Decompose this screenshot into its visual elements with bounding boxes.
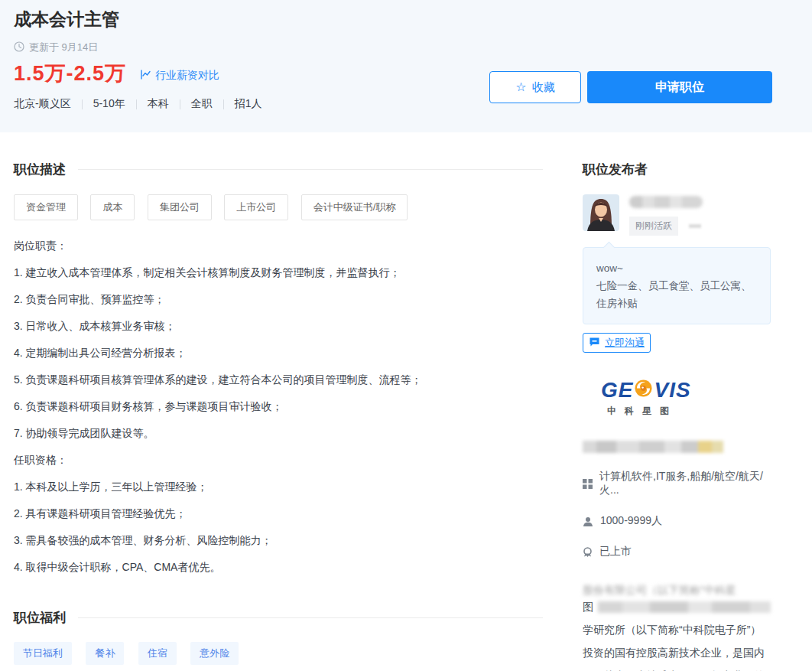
page-title: 成本会计主管 xyxy=(14,8,798,31)
description-line: 7. 协助领导完成团队建设等。 xyxy=(14,420,543,447)
logo-text-ge: GE xyxy=(601,379,633,401)
company-industry: 计算机软件,IT服务,船舶/航空/航天/火... xyxy=(599,470,771,497)
meta-divider xyxy=(180,99,180,109)
meta-divider xyxy=(223,99,224,109)
benefits-section-head: 职位福利 xyxy=(14,609,543,627)
logo-subtext: 中科星图 xyxy=(601,405,771,418)
description-line: 3. 日常收入、成本核算业务审核； xyxy=(14,313,543,340)
apply-button[interactable]: 申请职位 xyxy=(587,71,772,103)
favorite-button[interactable]: ☆ 收藏 xyxy=(489,71,581,103)
description-section-head: 职位描述 xyxy=(14,161,543,178)
section-divider xyxy=(78,617,543,618)
skill-tag: 集团公司 xyxy=(148,194,212,220)
listed-badge-icon xyxy=(583,547,593,557)
meta-divider xyxy=(82,99,83,109)
skill-tag: 上市公司 xyxy=(224,194,288,220)
header-actions: ☆ 收藏 申请职位 xyxy=(489,71,772,103)
logo-wordmark: GE VIS xyxy=(601,379,771,401)
meta-divider xyxy=(136,99,137,109)
publisher-avatar xyxy=(583,194,619,231)
skill-tags: 资金管理 成本 集团公司 上市公司 会计中级证书/职称 xyxy=(14,194,543,220)
description-line: 任职资格： xyxy=(14,447,543,474)
benefit-tag: 餐补 xyxy=(86,642,124,665)
description-line: 2. 具有课题科研项目管理经验优先； xyxy=(14,500,543,527)
salary-range: 1.5万-2.5万 xyxy=(14,64,126,84)
message-line: wow~ xyxy=(596,259,757,277)
description-line: 岗位职责： xyxy=(14,233,543,259)
publisher-info: 刚刚活跃 xyxy=(629,194,703,236)
description-line: 2. 负责合同审批、预算监控等； xyxy=(14,286,543,313)
sidebar-column: 职位发布者 刚刚活跃 wow~ xyxy=(583,161,771,671)
meta-job-type: 全职 xyxy=(191,97,213,111)
chat-bubble-icon xyxy=(589,337,600,350)
job-header: 成本会计主管 更新于 9月14日 1.5万-2.5万 行业薪资对比 北京-顺义区… xyxy=(0,0,812,132)
chat-now-label: 立即沟通 xyxy=(605,336,645,350)
benefit-tag: 节日福利 xyxy=(14,642,72,665)
benefit-tags: 节日福利 餐补 住宿 意外险 xyxy=(14,642,543,665)
description-heading: 职位描述 xyxy=(14,161,66,178)
benefits-heading: 职位福利 xyxy=(14,609,66,627)
updated-row: 更新于 9月14日 xyxy=(14,41,798,54)
geovis-swirl-icon xyxy=(634,379,653,401)
chart-icon xyxy=(140,69,151,83)
publisher-message-bubble: wow~ 七险一金、员工食堂、员工公寓、住房补贴 xyxy=(583,247,771,324)
meta-experience: 5-10年 xyxy=(93,97,125,111)
meta-headcount: 招1人 xyxy=(235,97,262,111)
blurred-fragment xyxy=(689,224,701,228)
blurred-intro-line: 股份有限公司（以下简称“中科星 xyxy=(583,578,771,595)
meta-location: 北京-顺义区 xyxy=(14,97,71,111)
company-status-row: 已上市 xyxy=(583,545,771,559)
publisher-heading: 职位发布者 xyxy=(583,161,771,178)
description-line: 4. 定期编制出具公司经营分析报表； xyxy=(14,340,543,366)
section-divider xyxy=(78,169,543,170)
description-line: 1. 建立收入成本管理体系，制定相关会计核算制度及财务管理制度，并监督执行； xyxy=(14,259,543,286)
people-icon xyxy=(583,516,593,526)
clock-icon xyxy=(14,41,24,54)
company-industry-row: 计算机软件,IT服务,船舶/航空/航天/火... xyxy=(583,470,771,497)
company-size: 1000-9999人 xyxy=(600,514,662,528)
description-line: 3. 需具备较强的成本管理、财务分析、风险控制能力； xyxy=(14,527,543,554)
blurred-company-name xyxy=(583,441,723,453)
company-logo[interactable]: GE VIS 中科星图 xyxy=(583,379,771,418)
updated-text: 更新于 9月14日 xyxy=(29,41,98,54)
job-detail-column: 职位描述 资金管理 成本 集团公司 上市公司 会计中级证书/职称 岗位职责： 1… xyxy=(14,161,543,671)
intro-text: 学研究所（以下简称“中科院电子所”）投资的国有控股高新技术企业，是国内最早从事数… xyxy=(583,618,771,671)
blurred-intro-bar xyxy=(598,601,771,613)
industry-grid-icon xyxy=(583,479,593,489)
intro-partial-char: 图 xyxy=(583,595,593,618)
benefit-tag: 意外险 xyxy=(190,642,239,665)
benefits-section: 职位福利 节日福利 餐补 住宿 意外险 xyxy=(14,609,543,665)
benefit-tag: 住宿 xyxy=(138,642,177,665)
message-line: 七险一金、员工食堂、员工公寓、住房补贴 xyxy=(596,277,757,312)
description-line: 6. 负责课题科研项目财务核算，参与课题项目审计验收； xyxy=(14,393,543,420)
description-line: 1. 本科及以上学历，三年以上管理经验； xyxy=(14,474,543,500)
job-description-text: 岗位职责： 1. 建立收入成本管理体系，制定相关会计核算制度及财务管理制度，并监… xyxy=(14,233,543,581)
salary-compare-link[interactable]: 行业薪资对比 xyxy=(140,69,219,84)
active-status-badge: 刚刚活跃 xyxy=(629,217,678,236)
blurred-publisher-name xyxy=(629,196,703,208)
description-line: 5. 负责课题科研项目核算管理体系的建设，建立符合本公司的项目管理制度、流程等； xyxy=(14,366,543,393)
logo-text-vis: VIS xyxy=(654,379,690,401)
skill-tag: 成本 xyxy=(90,194,135,220)
company-intro: 股份有限公司（以下简称“中科星 图 学研究所（以下简称“中科院电子所”）投资的国… xyxy=(583,578,771,671)
meta-education: 本科 xyxy=(148,97,169,111)
chat-now-button[interactable]: 立即沟通 xyxy=(583,333,651,353)
star-icon: ☆ xyxy=(515,81,526,93)
publisher-profile[interactable]: 刚刚活跃 xyxy=(583,194,771,236)
salary-compare-label: 行业薪资对比 xyxy=(155,69,219,83)
skill-tag: 会计中级证书/职称 xyxy=(301,194,408,220)
company-listed-status: 已上市 xyxy=(599,545,632,559)
active-row: 刚刚活跃 xyxy=(629,217,703,236)
description-line: 4. 取得中级会计职称，CPA、CMA者优先。 xyxy=(14,554,543,581)
company-size-row: 1000-9999人 xyxy=(583,514,771,528)
skill-tag: 资金管理 xyxy=(14,194,78,220)
main-content: 职位描述 资金管理 成本 集团公司 上市公司 会计中级证书/职称 岗位职责： 1… xyxy=(0,132,812,671)
favorite-label: 收藏 xyxy=(532,80,555,95)
intro-partial-line: 图 xyxy=(583,595,771,618)
